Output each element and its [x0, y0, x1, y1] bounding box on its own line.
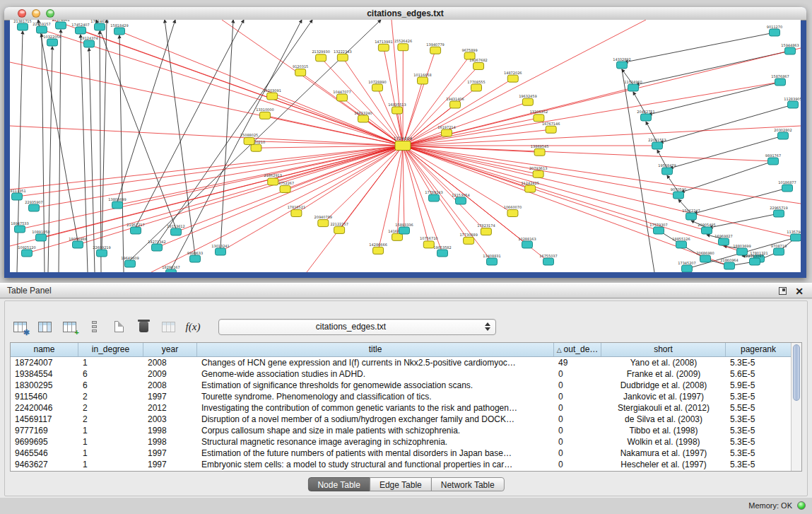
graph-node[interactable] — [525, 185, 536, 192]
table-selector-dropdown[interactable]: citations_edges.txt — [218, 319, 496, 335]
column-header-title[interactable]: title — [197, 343, 554, 356]
graph-node[interactable] — [251, 144, 261, 151]
graph-node[interactable] — [673, 192, 684, 199]
graph-node[interactable] — [318, 220, 329, 227]
graph-node[interactable] — [654, 227, 664, 234]
graph-node[interactable] — [18, 23, 28, 30]
graph-node[interactable] — [423, 241, 434, 248]
graph-node[interactable] — [775, 78, 786, 86]
graph-node[interactable] — [700, 255, 711, 262]
graph-node[interactable] — [782, 185, 793, 192]
graph-node[interactable] — [522, 241, 533, 248]
graph-node[interactable] — [95, 23, 105, 30]
column-header-year[interactable]: year — [143, 343, 197, 356]
graph-node[interactable] — [546, 126, 556, 133]
column-header-short[interactable]: short — [601, 343, 726, 356]
delete-table-button[interactable] — [136, 320, 151, 334]
graph-node[interactable] — [267, 93, 278, 100]
graph-node[interactable] — [774, 210, 784, 217]
graph-node[interactable] — [373, 247, 384, 254]
graph-node[interactable] — [392, 107, 403, 114]
graph-node[interactable] — [112, 201, 123, 209]
graph-node[interactable] — [114, 28, 125, 35]
graph-node[interactable] — [719, 238, 729, 245]
graph-node[interactable] — [724, 262, 735, 269]
graph-node[interactable] — [358, 115, 369, 122]
graph-node[interactable] — [534, 148, 545, 156]
table-row[interactable]: 946362711997Embryonic stem cells: a mode… — [11, 459, 791, 470]
new-table-button[interactable] — [111, 320, 126, 334]
graph-node[interactable] — [456, 197, 466, 204]
graph-node[interactable] — [641, 114, 652, 121]
table-row[interactable]: 1830029562008Estimation of significance … — [11, 380, 791, 391]
graph-node[interactable] — [770, 29, 780, 36]
graph-node[interactable] — [216, 248, 226, 255]
graph-node[interactable] — [190, 255, 201, 262]
graph-node[interactable] — [131, 227, 141, 234]
graph-node[interactable] — [316, 54, 326, 62]
zoom-button[interactable] — [46, 9, 54, 18]
table-row[interactable]: 977716911998Corpus callosum shape and si… — [11, 425, 791, 436]
graph-node[interactable] — [418, 77, 428, 84]
graph-node[interactable] — [778, 132, 789, 139]
graph-node[interactable] — [378, 44, 389, 51]
citation-network-graph[interactable]: 1552642613940779967589919267682148720261… — [10, 20, 801, 272]
graph-node[interactable] — [268, 178, 278, 185]
graph-node[interactable] — [244, 138, 254, 145]
graph-node[interactable] — [785, 47, 796, 54]
close-button[interactable] — [18, 9, 26, 18]
graph-node[interactable] — [430, 47, 441, 54]
float-panel-icon[interactable] — [779, 287, 787, 295]
graph-node[interactable] — [152, 244, 163, 251]
graph-node[interactable] — [768, 158, 779, 165]
graph-node[interactable] — [791, 234, 801, 241]
graph-node[interactable] — [125, 260, 136, 267]
graph-node[interactable] — [617, 62, 628, 69]
graph-node[interactable] — [37, 26, 47, 33]
graph-node[interactable] — [280, 185, 290, 192]
window-titlebar[interactable]: citations_edges.txt — [4, 7, 806, 21]
tab-edge-table[interactable]: Edge Table — [370, 477, 432, 491]
graph-node[interactable] — [429, 194, 440, 201]
graph-node[interactable] — [534, 115, 544, 122]
column-header-pagerank[interactable]: pagerank — [726, 343, 791, 356]
graph-node[interactable] — [84, 40, 95, 47]
graph-node[interactable] — [750, 258, 760, 265]
graph-node[interactable] — [628, 84, 639, 91]
graph-node[interactable] — [473, 62, 484, 69]
graph-node[interactable] — [372, 84, 383, 91]
graph-node[interactable] — [22, 250, 33, 257]
graph-node[interactable] — [15, 226, 25, 233]
select-columns-button[interactable] — [37, 320, 52, 334]
minimize-button[interactable] — [32, 9, 40, 18]
column-header-out-degree[interactable]: △out_de… — [554, 343, 601, 356]
column-header-in-degree[interactable]: in_degree — [78, 343, 143, 356]
graph-node[interactable] — [686, 213, 697, 220]
close-panel-icon[interactable]: ✕ — [795, 285, 804, 298]
column-header-name[interactable]: name — [11, 343, 78, 356]
table-row[interactable]: 2242004622012Investigating the contribut… — [11, 402, 791, 414]
table-row[interactable]: 911546021997Tourette syndrome. Phenomeno… — [11, 391, 791, 402]
graph-node[interactable] — [522, 98, 533, 105]
graph-node[interactable] — [774, 248, 784, 255]
graph-node[interactable] — [437, 250, 448, 257]
graph-node[interactable] — [507, 75, 518, 82]
graph-node[interactable] — [36, 234, 47, 241]
graph-node[interactable] — [533, 170, 543, 177]
table-row[interactable]: 1872400712008Changes of HCN gene express… — [11, 357, 791, 368]
table-row[interactable]: 969969511998Structural magnetic resonanc… — [11, 436, 791, 448]
function-builder-button[interactable]: f(x) — [185, 320, 201, 334]
graph-node[interactable] — [337, 94, 348, 101]
graph-node[interactable] — [171, 228, 182, 235]
graph-node[interactable] — [487, 258, 498, 265]
graph-node[interactable] — [29, 204, 40, 211]
graph-node[interactable] — [543, 258, 554, 265]
graph-node[interactable] — [166, 269, 177, 272]
tab-node-table[interactable]: Node Table — [307, 477, 370, 491]
network-canvas[interactable]: 1552642613940779967589919267682148720261… — [10, 20, 801, 272]
graph-node[interactable] — [471, 84, 482, 91]
graph-node[interactable] — [337, 54, 348, 61]
graph-node[interactable] — [291, 210, 302, 217]
table-row[interactable]: 1456911722003Disruption of a novel membe… — [11, 414, 791, 425]
graph-node[interactable] — [12, 193, 23, 200]
